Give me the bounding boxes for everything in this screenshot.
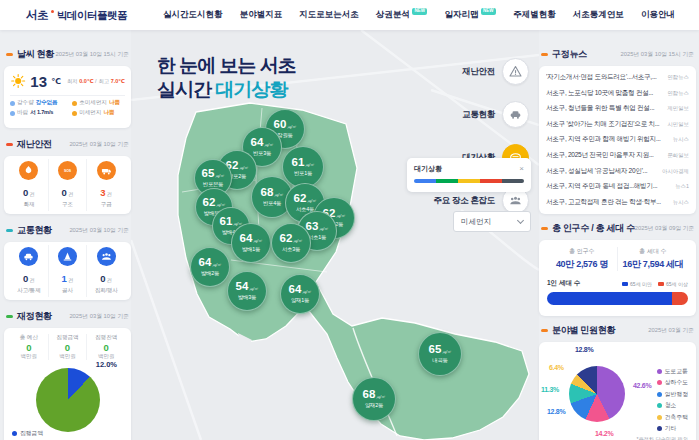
nav-item[interactable]: 분야별지표 xyxy=(240,9,283,21)
nav-item[interactable]: 상권분석 NEW xyxy=(376,9,428,21)
bubble-unit: ㎍/㎥ xyxy=(287,125,296,129)
news-item[interactable]: 서초구, 고교학점제 혼란 겪는 학생·학부... 뉴시스 xyxy=(546,198,689,207)
weather-section-header: 날씨 현황 2025년 03월 10일 15시 기준 xyxy=(6,48,129,61)
bubble-value: 62 xyxy=(294,193,307,205)
news-item[interactable]: 서초구, 노포식당 10곳에 맞춤형 컨설... 연합뉴스 xyxy=(546,89,689,98)
section-bullet-icon xyxy=(541,227,548,230)
safety-stat: SOS 0건 구조 xyxy=(48,159,87,211)
traffic-stat-unit: 건 xyxy=(29,277,35,283)
logo-platform-text: 빅데이터플랫폼 xyxy=(57,9,127,23)
map-layer-toggle[interactable]: 재난안전 xyxy=(462,58,529,85)
air-quality-bubble[interactable]: 54㎍/㎥ 방배3동 xyxy=(227,271,267,311)
finance-legend: 집행금액 집행잔액 88.0% xyxy=(12,427,69,440)
weather-detail-value: 나쁨 xyxy=(109,99,120,107)
finance-stat: 집행금액 0 백만원 xyxy=(48,334,87,360)
bubble-value: 61 xyxy=(292,157,305,169)
news-headline: 서초구, 지역 주민과 함께 해빙기 위험지... xyxy=(546,135,669,144)
news-section-header: 구정뉴스 2025년 03월 10일 15시 기준 xyxy=(541,48,694,61)
weather-detail-row: 강수량 강수없음 xyxy=(10,99,68,107)
population-stat-value: 40만 2,576 명 xyxy=(547,258,617,271)
bubble-value: 65 xyxy=(429,344,442,356)
seocho-bigdata-dashboard: 서초 빅데이터플랫폼 실시간도시현황 분야별지표 지도로보는서초 상권분석 NE… xyxy=(0,0,699,440)
main-nav: 실시간도시현황 분야별지표 지도로보는서초 상권분석 NEW 일자리맵 NEW … xyxy=(163,9,675,21)
air-quality-bubble[interactable]: 62㎍/㎥ 서초3동 xyxy=(271,223,311,263)
finance-legend-row: 집행금액 xyxy=(12,429,69,438)
fire-icon xyxy=(19,161,38,180)
section-bullet-icon xyxy=(6,143,13,146)
map-title-line2: 실시간 대기상황 xyxy=(157,78,296,102)
air-quality-bubble[interactable]: 61㎍/㎥ 반포1동 xyxy=(282,146,324,188)
finance-section-date: 2025년 03월 10일 기준 xyxy=(69,312,129,321)
complaints-legend-row: 건축주택 xyxy=(657,413,688,422)
new-badge: NEW xyxy=(412,8,428,15)
nav-item[interactable]: 주제별현황 xyxy=(513,9,556,21)
close-icon[interactable]: × xyxy=(519,165,524,173)
nav-item[interactable]: 지도로보는서초 xyxy=(299,9,359,21)
weather-detail-value: 서 1.7m/s xyxy=(30,109,53,117)
bubble-district-name: 방배2동 xyxy=(201,270,219,277)
map-layer-toggle[interactable]: 교통현황 xyxy=(462,101,529,128)
legend-dot-icon xyxy=(657,380,662,385)
weather-detail-label: 바람 xyxy=(17,109,28,117)
disaster-icon[interactable] xyxy=(502,58,529,85)
bubble-value: 62 xyxy=(280,233,293,245)
finance-stats: 총 예산 0 백만원 집행금액 0 백만원 집행잔액 0 백만원 xyxy=(10,334,125,360)
pie-percent-label: 11.3% xyxy=(541,386,559,393)
news-headline: 서초구, 고교학점제 혼란 겪는 학생·학부... xyxy=(546,198,669,207)
air-quality-bubble[interactable]: 65㎍/㎥ 내곡동 xyxy=(418,332,462,376)
finance-stat-value: 0 xyxy=(49,342,87,353)
news-headline: 서초구, 노포식당 10곳에 맞춤형 컨설... xyxy=(546,89,663,98)
news-item[interactable]: '자기소개서·면접 도와드려요'...서초구,... 연합뉴스 xyxy=(546,73,689,82)
news-headline: 서초구, 지역 주민과 동네 점검...해빙기... xyxy=(546,182,671,191)
news-item[interactable]: 서초구, 성실납세 '유공납세자 20인'... 아시아경제 xyxy=(546,167,689,176)
single-household-label: 1인 세대 수 xyxy=(547,279,580,288)
bubble-value: 54 xyxy=(236,281,249,293)
finance-stat-value: 0 xyxy=(87,342,125,353)
news-item[interactable]: 서초구, 지역 주민과 동네 점검...해빙기... 뉴스1 xyxy=(546,182,689,191)
section-bullet-icon xyxy=(6,53,13,56)
nav-item[interactable]: 일자리맵 NEW xyxy=(445,9,497,21)
traffic-stat-label: 사고/통제 xyxy=(10,287,48,295)
nav-item[interactable]: 실시간도시현황 xyxy=(163,9,223,21)
pie-percent-label: 12.8% xyxy=(575,346,593,353)
platform-logo[interactable]: 서초 빅데이터플랫폼 xyxy=(26,8,127,23)
air-quality-bubble[interactable]: 64㎍/㎥ 방배2동 xyxy=(190,247,230,287)
news-item[interactable]: 서초구, 지역 주민과 함께 해빙기 위험지... 뉴시스 xyxy=(546,135,689,144)
section-bullet-icon xyxy=(6,229,13,232)
nav-item[interactable]: 이용안내 xyxy=(641,9,675,21)
finance-legend-label: 집행금액 xyxy=(20,429,43,438)
legend-square-icon xyxy=(622,282,628,286)
news-item[interactable]: 서초구, 2025년 전국민 마음투자 지원... 문화일보 xyxy=(546,151,689,160)
bubble-district-name: 반포본동 xyxy=(203,181,223,188)
air-quality-bubble[interactable]: 68㎍/㎥ 양재2동 xyxy=(352,377,396,421)
nav-item[interactable]: 서초통계연보 xyxy=(573,9,624,21)
nav-item-label: 일자리맵 xyxy=(445,9,479,21)
bubble-unit: ㎍/㎥ xyxy=(319,227,328,231)
news-item[interactable]: 서초구 '찾아가는 치매 조기검진'으로 치... 시민일보 xyxy=(546,120,689,129)
finance-stat-label: 총 예산 xyxy=(10,334,48,342)
finance-stat: 집행잔액 0 백만원 xyxy=(86,334,125,360)
weather-detail-row: 미세먼지 나쁨 xyxy=(72,109,125,117)
weather-detail-value: 강수없음 xyxy=(36,99,58,107)
news-item[interactable]: 서초구, 청년들을 위한 특별 취업 컨설... 제민일보 xyxy=(546,104,689,113)
pie-percent-label: 42.6% xyxy=(633,382,651,389)
bar-segment xyxy=(672,292,688,305)
traffic-icon[interactable] xyxy=(502,101,529,128)
population-stats: 총 인구수 40만 2,576 명 총 세대 수 16만 7,594 세대 xyxy=(547,247,688,271)
air-quality-bubble[interactable]: 64㎍/㎥ 양재1동 xyxy=(280,274,320,314)
population-stat-value: 16만 7,594 세대 xyxy=(618,258,688,271)
finance-section-header: 재정현황 2025년 03월 10일 기준 xyxy=(6,310,129,323)
safety-stat-unit: 건 xyxy=(68,191,74,197)
safety-card: 0건 화재 SOS 0건 구조 3건 구급 xyxy=(4,156,131,214)
complaints-footnote: *주정차 단속민원 제외 xyxy=(636,436,688,440)
news-source: 시민일보 xyxy=(667,121,689,128)
safety-section-header: 재난안전 2025년 03월 10일 기준 xyxy=(6,138,129,151)
finance-stat: 총 예산 0 백만원 xyxy=(10,334,48,360)
bubble-district-name: 반포3동 xyxy=(253,150,271,157)
news-source: 뉴시스 xyxy=(673,136,689,143)
news-headline: 서초구, 청년들을 위한 특별 취업 컨설... xyxy=(546,104,663,113)
weather-detail-label: 초미세먼지 xyxy=(79,99,107,107)
population-section-date: 2025년 03월 09일 기준 xyxy=(635,224,695,233)
air-quality-bubble[interactable]: 64㎍/㎥ 방배1동 xyxy=(231,223,271,263)
pm-filter-select[interactable]: 미세먼지 xyxy=(453,211,531,232)
